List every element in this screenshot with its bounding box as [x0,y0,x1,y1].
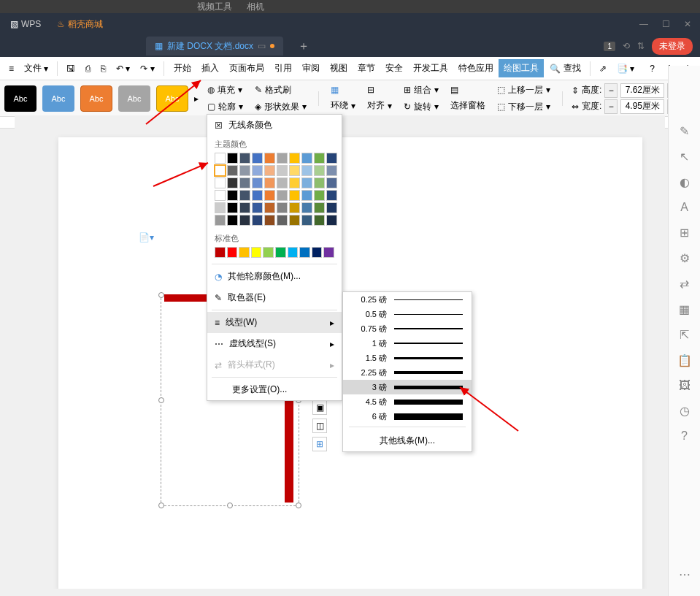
theme-color-swatch[interactable] [227,202,238,213]
eyedropper-item[interactable]: ✎取色器(E) [207,287,342,308]
theme-color-swatch[interactable] [289,165,300,176]
pointer-icon[interactable]: ↖ [680,150,689,164]
line-weight-0.25 磅[interactable]: 0.25 磅 [343,292,472,307]
theme-color-swatch[interactable] [301,202,312,213]
theme-color-swatch[interactable] [314,190,325,201]
other-lines-item[interactable]: 其他线条(M)... [343,430,472,451]
theme-color-swatch[interactable] [264,153,275,164]
cloud-icon[interactable]: ⟲ [623,41,630,51]
theme-color-swatch[interactable] [277,202,288,213]
theme-color-swatch[interactable] [264,165,275,176]
theme-color-swatch[interactable] [301,215,312,226]
line-weight-2.25 磅[interactable]: 2.25 磅 [343,365,472,380]
selection-pane-button[interactable]: ▤ [447,83,488,96]
line-type-item[interactable]: ≡线型(W)▸ [207,312,342,333]
theme-color-swatch[interactable] [264,177,275,188]
document-tab[interactable]: ▦ 新建 DOCX 文档.docx ▭ [146,37,283,56]
settings-icon[interactable]: ⚙ [680,251,690,265]
image-icon[interactable]: 🖼 [679,379,691,392]
theme-color-swatch[interactable] [314,153,325,164]
sync-icon[interactable]: ⇅ [637,41,645,51]
theme-color-swatch[interactable] [301,153,312,164]
more-icon2[interactable]: ⋯ [679,568,691,581]
app-logo[interactable]: ▧ WPS [6,17,45,32]
save-icon[interactable]: 🖫 [62,61,80,77]
theme-color-swatch[interactable] [252,153,263,164]
clipboard-icon[interactable]: 📋 [677,354,692,367]
notif-badge[interactable]: 1 [604,42,615,51]
share-icon[interactable]: ⇗ [595,61,611,77]
text-icon[interactable]: A [680,201,688,214]
theme-color-swatch[interactable] [252,190,263,201]
tab-draw[interactable]: 绘图工具 [499,59,544,77]
line-weight-3 磅[interactable]: 3 磅 [343,380,472,394]
theme-color-swatch[interactable] [227,165,238,176]
new-tab-button[interactable]: ＋ [298,39,309,54]
theme-color-swatch[interactable] [252,177,263,188]
theme-color-swatch[interactable] [264,215,275,226]
tab-insert[interactable]: 插入 [196,59,224,77]
theme-color-swatch[interactable] [239,153,250,164]
hamburger-icon[interactable]: ≡ [4,61,18,77]
undo-icon[interactable]: ↶ ▾ [112,61,134,77]
theme-color-swatch[interactable] [326,153,337,164]
theme-color-swatch[interactable] [289,153,300,164]
outline-button[interactable]: ▢轮廓 ▾ [204,99,246,115]
theme-color-swatch[interactable] [289,215,300,226]
tab-special[interactable]: 特色应用 [453,59,499,77]
theme-color-swatch[interactable] [239,202,250,213]
theme-color-swatch[interactable] [289,202,300,213]
theme-color-swatch[interactable] [301,165,312,176]
theme-color-swatch[interactable] [227,215,238,226]
theme-color-swatch[interactable] [277,215,288,226]
style-preset-2[interactable]: Abc [42,85,74,112]
theme-color-swatch[interactable] [264,202,275,213]
tab-page[interactable]: 页面布局 [224,59,269,77]
send-backward-button[interactable]: ⬚下移一层 ▾ [494,99,553,115]
gallery-icon[interactable]: ▦ [679,302,690,316]
style-preset-1[interactable]: Abc [4,85,36,112]
rotate-button[interactable]: ↻旋转 ▾ [401,99,442,115]
search-box[interactable]: 🔍 查找 [545,59,585,77]
more-options-icon[interactable]: ⊞ [312,437,327,451]
export-icon[interactable]: 📑 ▾ [612,61,639,77]
theme-color-swatch[interactable] [314,165,325,176]
line-weight-1.5 磅[interactable]: 1.5 磅 [343,351,472,365]
width-input[interactable]: 4.95厘米 [620,99,664,114]
theme-color-swatch[interactable] [277,190,288,201]
std-color-swatch[interactable] [299,247,310,258]
std-color-swatch[interactable] [263,247,274,258]
style-preset-5[interactable]: Abc [156,85,188,112]
line-weight-0.5 磅[interactable]: 0.5 磅 [343,307,472,321]
selection-pane-label[interactable]: 选择窗格 [447,98,488,113]
theme-color-swatch[interactable] [215,202,226,213]
paste-icon[interactable]: 📄▾ [139,232,154,242]
align-label[interactable]: 对齐 ▾ [364,98,395,113]
help-icon[interactable]: ? [645,61,659,77]
theme-color-swatch[interactable] [277,153,288,164]
theme-color-swatch[interactable] [239,215,250,226]
std-color-swatch[interactable] [227,247,238,258]
std-color-swatch[interactable] [215,247,226,258]
theme-color-swatch[interactable] [326,202,337,213]
theme-color-swatch[interactable] [264,190,275,201]
tab-start[interactable]: 开始 [169,59,196,77]
theme-color-swatch[interactable] [314,202,325,213]
theme-color-swatch[interactable] [215,165,226,176]
theme-color-swatch[interactable] [239,190,250,201]
minimize-button[interactable]: — [637,19,650,29]
theme-color-swatch[interactable] [277,177,288,188]
tab-ref[interactable]: 引用 [269,59,297,77]
theme-color-swatch[interactable] [227,153,238,164]
std-color-swatch[interactable] [288,247,299,258]
theme-color-swatch[interactable] [289,190,300,201]
theme-color-swatch[interactable] [252,165,263,176]
theme-color-swatch[interactable] [239,177,250,188]
std-color-swatch[interactable] [239,247,250,258]
theme-color-swatch[interactable] [326,177,337,188]
export-icon2[interactable]: ⇱ [680,328,689,342]
theme-color-swatch[interactable] [215,153,226,164]
theme-color-swatch[interactable] [277,165,288,176]
tab-window-icon[interactable]: ▭ [258,41,266,51]
std-color-swatch[interactable] [275,247,286,258]
